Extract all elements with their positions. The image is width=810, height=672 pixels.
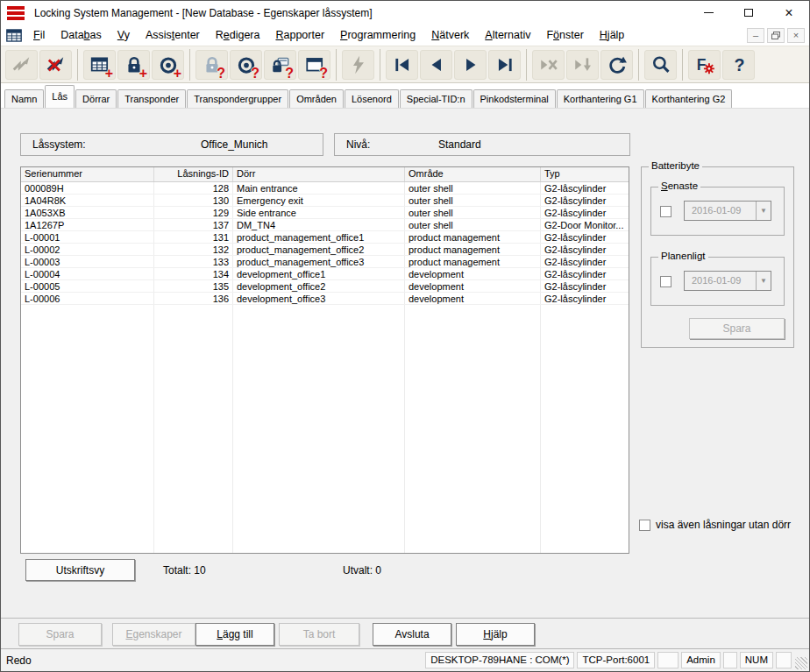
read-transponder-button[interactable]: ? — [230, 50, 262, 80]
show-locks-without-door-checkbox[interactable] — [639, 520, 650, 531]
tab-namn[interactable]: Namn — [4, 89, 44, 108]
menu-item-redigera[interactable]: Redigera — [208, 26, 268, 44]
table-row[interactable]: L-00005135development_office2development… — [21, 280, 629, 293]
battery-scheduled-group: Planenligt 2016-01-09 ▼ — [650, 257, 785, 306]
battery-latest-checkbox[interactable] — [660, 206, 671, 217]
action-hj-lp-button[interactable]: Hjälp — [456, 623, 535, 646]
filter-settings-button[interactable]: F — [688, 50, 721, 80]
read-g1-lock-button[interactable]: ? — [264, 50, 296, 80]
tab-l-s[interactable]: Lås — [45, 85, 75, 108]
new-lock-button[interactable]: + — [117, 50, 150, 80]
column-header-omr-de[interactable]: Område — [405, 167, 541, 181]
read-window-button[interactable]: ? — [298, 50, 330, 80]
toolbar-separator — [526, 49, 527, 81]
last-record-icon — [494, 54, 515, 75]
tab-page-las: Låssystem: Office_Munich Nivå: Standard … — [1, 108, 809, 618]
search-icon — [650, 54, 671, 75]
new-transponder-button[interactable]: + — [152, 50, 184, 80]
table-empty-row — [21, 477, 629, 489]
table-row[interactable]: 1A053XB129Side entranceouter shellG2-lås… — [21, 207, 629, 219]
column-header-typ[interactable]: Typ — [541, 167, 629, 181]
battery-scheduled-checkbox[interactable] — [660, 276, 671, 287]
battery-scheduled-date-select[interactable]: 2016-01-09 ▼ — [684, 271, 771, 291]
table-cell: 131 — [154, 231, 233, 243]
menu-item-n-tverk[interactable]: Nätverk — [423, 26, 477, 44]
action-l-gg-till-button[interactable]: Lägg till — [195, 623, 274, 646]
mdi-close-button[interactable]: × — [787, 28, 805, 43]
new-locking-system-button[interactable]: + — [83, 50, 116, 80]
menu-item-hj-lp[interactable]: Hjälp — [592, 26, 633, 44]
minimize-button[interactable] — [688, 1, 728, 25]
table-row[interactable]: L-00006136development_office3development… — [21, 293, 629, 305]
connect-icon — [11, 54, 32, 75]
tab-pinkodsterminal[interactable]: Pinkodsterminal — [473, 89, 556, 108]
mdi-minimize-button[interactable]: – — [747, 28, 764, 43]
read-lock-button[interactable]: ? — [195, 50, 228, 80]
skip-down-button[interactable] — [566, 50, 599, 80]
title-bar: Locking System Management - [New Databas… — [1, 1, 809, 25]
first-record-button[interactable] — [386, 50, 418, 80]
flash-button[interactable] — [342, 50, 374, 80]
tab-special-tid-n[interactable]: Special-TID:n — [400, 89, 472, 108]
mdi-restore-button[interactable] — [767, 28, 785, 43]
total-count-label: Totalt: 10 — [163, 564, 206, 577]
action-spara-button[interactable]: Spara — [18, 623, 102, 646]
table-row[interactable]: L-00003133product_management_office3prod… — [21, 256, 629, 268]
menu-item-rapporter[interactable]: Rapporter — [267, 26, 332, 44]
tab-omr-den[interactable]: Områden — [289, 89, 344, 108]
table-cell: G2-låscylinder — [541, 268, 629, 279]
menu-item-assistenter[interactable]: Assistenter — [138, 26, 208, 44]
menu-item-vy[interactable]: Vy — [110, 26, 138, 44]
tab-l-senord[interactable]: Lösenord — [345, 89, 399, 108]
tab-transponder[interactable]: Transponder — [117, 89, 186, 108]
table-row[interactable]: L-00004134development_office1development… — [21, 268, 629, 280]
table-row[interactable]: 1A04R8K130Emergency exitouter shellG2-lå… — [21, 195, 629, 207]
table-cell: L-00004 — [21, 268, 154, 279]
maximize-button[interactable] — [728, 1, 769, 25]
print-view-button[interactable]: Utskriftsvy — [25, 559, 135, 581]
menu-item-programmering[interactable]: Programmering — [332, 26, 423, 44]
battery-save-button[interactable]: Spara — [689, 318, 785, 339]
tab-transpondergrupper[interactable]: Transpondergrupper — [187, 89, 288, 108]
action-avsluta-button[interactable]: Avsluta — [373, 623, 451, 646]
action-ta-bort-button[interactable]: Ta bort — [279, 623, 359, 646]
battery-latest-date-select[interactable]: 2016-01-09 ▼ — [684, 201, 771, 221]
resize-grip[interactable] — [795, 657, 807, 669]
table-row[interactable]: L-00002132product_management_office2prod… — [21, 244, 629, 256]
table-cell: product_management_office1 — [233, 231, 405, 243]
svg-text:?: ? — [734, 54, 744, 74]
next-record-button[interactable] — [454, 50, 487, 80]
tab-korthantering-g2[interactable]: Korthantering G2 — [645, 89, 733, 108]
menu-item-alternativ[interactable]: Alternativ — [477, 26, 538, 44]
tab-d-rrar[interactable]: Dörrar — [75, 89, 117, 108]
table-cell: G2-låscylinder — [541, 231, 629, 243]
table-cell: G2-låscylinder — [541, 256, 629, 267]
help-button[interactable]: ? — [722, 50, 755, 80]
menu-item-fil[interactable]: Fil — [25, 26, 53, 44]
menu-bar: FilDatabasVyAssistenterRedigeraRapporter… — [1, 25, 809, 46]
table-row[interactable]: L-00001131product_management_office1prod… — [21, 231, 629, 244]
column-header-d-rr[interactable]: Dörr — [233, 167, 405, 181]
last-record-button[interactable] — [488, 50, 521, 80]
search-button[interactable] — [644, 50, 677, 80]
menu-item-databas[interactable]: Databas — [53, 26, 110, 44]
table-empty-row — [21, 329, 629, 342]
table-cell: Emergency exit — [233, 195, 405, 206]
table-empty-row — [21, 354, 629, 366]
table-row[interactable]: 1A1267P137DM_TN4outer shellG2-Door Monit… — [21, 219, 629, 231]
disconnect-button[interactable] — [39, 50, 72, 80]
show-locks-without-door-option: visa även låsningar utan dörr — [639, 519, 791, 531]
cancel-navigation-button[interactable] — [532, 50, 565, 80]
column-header-l-snings-id[interactable]: Låsnings-ID — [154, 167, 233, 181]
connect-button[interactable] — [5, 50, 38, 80]
previous-record-button[interactable] — [420, 50, 452, 80]
column-header-serienummer[interactable]: Serienummer — [21, 167, 154, 181]
table-cell: L-00003 — [21, 256, 154, 267]
table-cell: G2-låscylinder — [541, 207, 629, 218]
tab-korthantering-g1[interactable]: Korthantering G1 — [557, 89, 644, 108]
close-button[interactable]: × — [769, 1, 809, 25]
table-row[interactable]: 000089H128Main entranceouter shellG2-lås… — [21, 182, 629, 195]
action-egenskaper-button[interactable]: Egenskaper — [112, 623, 195, 646]
menu-item-f-nster[interactable]: Fönster — [538, 26, 591, 44]
refresh-button[interactable] — [600, 50, 633, 80]
